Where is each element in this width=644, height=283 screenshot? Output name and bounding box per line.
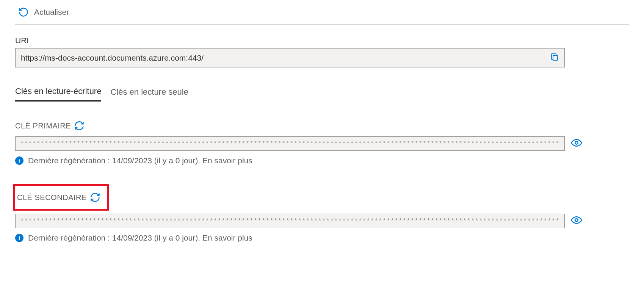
secondary-key-input[interactable]	[21, 217, 559, 225]
primary-key-section: CLÉ PRIMAIRE i Dernière régénération : 1…	[15, 120, 629, 165]
primary-key-info-text: Dernière régénération : 14/09/2023 (il y…	[28, 156, 252, 165]
refresh-button[interactable]: Actualiser	[18, 7, 69, 17]
uri-field-wrapper	[15, 48, 565, 67]
secondary-key-info-text: Dernière régénération : 14/09/2023 (il y…	[28, 233, 252, 242]
secondary-key-label: CLÉ SECONDAIRE	[17, 193, 87, 202]
copy-icon[interactable]	[550, 52, 559, 63]
primary-key-info-row: i Dernière régénération : 14/09/2023 (il…	[15, 156, 629, 165]
show-secondary-key-icon[interactable]	[571, 214, 582, 227]
primary-key-row	[15, 136, 629, 151]
secondary-key-highlight: CLÉ SECONDAIRE	[13, 184, 109, 211]
toolbar: Actualiser	[15, 4, 629, 25]
uri-input[interactable]	[21, 53, 546, 63]
regenerate-secondary-icon[interactable]	[90, 192, 100, 203]
refresh-icon	[18, 7, 29, 17]
secondary-key-row	[15, 214, 629, 228]
info-icon: i	[15, 156, 24, 165]
tab-read-only[interactable]: Clés en lecture seule	[110, 86, 188, 102]
info-icon: i	[15, 234, 24, 242]
primary-key-field	[15, 136, 565, 151]
secondary-key-field	[15, 214, 565, 228]
primary-key-input[interactable]	[21, 140, 559, 147]
svg-point-2	[575, 219, 578, 222]
primary-key-header: CLÉ PRIMAIRE	[15, 120, 629, 131]
tabs: Clés en lecture-écriture Clés en lecture…	[15, 86, 629, 102]
refresh-label: Actualiser	[34, 8, 69, 17]
show-primary-key-icon[interactable]	[571, 137, 582, 150]
primary-key-label: CLÉ PRIMAIRE	[15, 122, 71, 130]
secondary-key-section: CLÉ SECONDAIRE i Dernière régénération :	[15, 184, 629, 242]
uri-section: URI	[15, 36, 629, 67]
secondary-key-header: CLÉ SECONDAIRE	[17, 192, 100, 203]
regenerate-primary-icon[interactable]	[74, 120, 85, 131]
uri-label: URI	[15, 36, 629, 45]
svg-rect-0	[553, 55, 558, 60]
secondary-key-info-row: i Dernière régénération : 14/09/2023 (il…	[15, 233, 629, 242]
tab-read-write[interactable]: Clés en lecture-écriture	[15, 86, 101, 102]
svg-point-1	[575, 141, 578, 144]
